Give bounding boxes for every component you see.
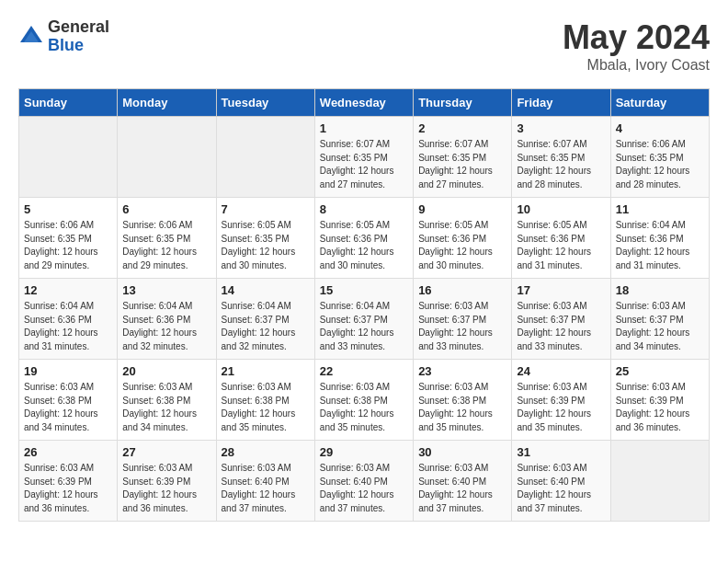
weekday-header-sunday: Sunday — [19, 89, 118, 117]
calendar-cell: 21Sunrise: 6:03 AMSunset: 6:38 PMDayligh… — [216, 360, 314, 441]
calendar-cell: 15Sunrise: 6:04 AMSunset: 6:37 PMDayligh… — [314, 279, 413, 360]
day-info: Sunrise: 6:05 AMSunset: 6:36 PMDaylight:… — [320, 219, 408, 272]
logo-general: General — [48, 18, 109, 37]
calendar-cell: 2Sunrise: 6:07 AMSunset: 6:35 PMDaylight… — [414, 117, 512, 198]
calendar-cell: 20Sunrise: 6:03 AMSunset: 6:38 PMDayligh… — [118, 360, 216, 441]
day-number: 15 — [320, 283, 408, 297]
logo-text: General Blue — [48, 18, 109, 55]
title-block: May 2024 Mbala, Ivory Coast — [563, 18, 710, 74]
location: Mbala, Ivory Coast — [563, 57, 710, 74]
day-number: 27 — [122, 445, 210, 459]
day-number: 13 — [122, 283, 210, 297]
day-info: Sunrise: 6:03 AMSunset: 6:37 PMDaylight:… — [418, 300, 506, 353]
calendar-cell: 1Sunrise: 6:07 AMSunset: 6:35 PMDaylight… — [314, 117, 413, 198]
calendar-table: SundayMondayTuesdayWednesdayThursdayFrid… — [18, 88, 710, 522]
day-info: Sunrise: 6:03 AMSunset: 6:40 PMDaylight:… — [320, 462, 408, 515]
day-info: Sunrise: 6:07 AMSunset: 6:35 PMDaylight:… — [320, 138, 408, 191]
day-number: 20 — [122, 364, 210, 378]
calendar-cell: 8Sunrise: 6:05 AMSunset: 6:36 PMDaylight… — [314, 198, 413, 279]
calendar-week-row: 26Sunrise: 6:03 AMSunset: 6:39 PMDayligh… — [19, 441, 710, 522]
day-info: Sunrise: 6:05 AMSunset: 6:36 PMDaylight:… — [418, 219, 506, 272]
calendar-week-row: 5Sunrise: 6:06 AMSunset: 6:35 PMDaylight… — [19, 198, 710, 279]
weekday-header-thursday: Thursday — [414, 89, 512, 117]
calendar-cell: 11Sunrise: 6:04 AMSunset: 6:36 PMDayligh… — [610, 198, 709, 279]
weekday-header-row: SundayMondayTuesdayWednesdayThursdayFrid… — [19, 89, 710, 117]
day-number: 29 — [320, 445, 408, 459]
day-number: 9 — [418, 202, 506, 216]
calendar-cell: 27Sunrise: 6:03 AMSunset: 6:39 PMDayligh… — [118, 441, 216, 522]
calendar-cell — [610, 441, 709, 522]
day-number: 14 — [222, 283, 310, 297]
weekday-header-monday: Monday — [118, 89, 216, 117]
day-info: Sunrise: 6:03 AMSunset: 6:37 PMDaylight:… — [616, 300, 704, 353]
day-number: 7 — [222, 202, 310, 216]
day-info: Sunrise: 6:03 AMSunset: 6:39 PMDaylight:… — [517, 381, 605, 434]
weekday-header-friday: Friday — [512, 89, 610, 117]
day-info: Sunrise: 6:06 AMSunset: 6:35 PMDaylight:… — [122, 219, 210, 272]
day-number: 22 — [320, 364, 408, 378]
day-info: Sunrise: 6:03 AMSunset: 6:38 PMDaylight:… — [24, 381, 112, 434]
calendar-cell: 24Sunrise: 6:03 AMSunset: 6:39 PMDayligh… — [512, 360, 610, 441]
day-number: 24 — [517, 364, 605, 378]
logo-blue: Blue — [48, 37, 109, 55]
calendar-cell: 14Sunrise: 6:04 AMSunset: 6:37 PMDayligh… — [216, 279, 314, 360]
day-number: 23 — [418, 364, 506, 378]
calendar-cell: 10Sunrise: 6:05 AMSunset: 6:36 PMDayligh… — [512, 198, 610, 279]
day-number: 3 — [517, 121, 605, 135]
day-number: 8 — [320, 202, 408, 216]
day-number: 26 — [24, 445, 112, 459]
calendar-cell — [118, 117, 216, 198]
calendar-cell: 17Sunrise: 6:03 AMSunset: 6:37 PMDayligh… — [512, 279, 610, 360]
day-info: Sunrise: 6:03 AMSunset: 6:40 PMDaylight:… — [222, 462, 310, 515]
calendar-cell — [216, 117, 314, 198]
day-number: 28 — [222, 445, 310, 459]
calendar-cell: 16Sunrise: 6:03 AMSunset: 6:37 PMDayligh… — [414, 279, 512, 360]
day-info: Sunrise: 6:03 AMSunset: 6:39 PMDaylight:… — [122, 462, 210, 515]
calendar-cell: 25Sunrise: 6:03 AMSunset: 6:39 PMDayligh… — [610, 360, 709, 441]
day-number: 17 — [517, 283, 605, 297]
day-number: 10 — [517, 202, 605, 216]
calendar-cell: 9Sunrise: 6:05 AMSunset: 6:36 PMDaylight… — [414, 198, 512, 279]
day-number: 16 — [418, 283, 506, 297]
day-info: Sunrise: 6:04 AMSunset: 6:36 PMDaylight:… — [24, 300, 112, 353]
day-info: Sunrise: 6:06 AMSunset: 6:35 PMDaylight:… — [24, 219, 112, 272]
calendar-week-row: 19Sunrise: 6:03 AMSunset: 6:38 PMDayligh… — [19, 360, 710, 441]
day-info: Sunrise: 6:03 AMSunset: 6:38 PMDaylight:… — [122, 381, 210, 434]
calendar-cell: 30Sunrise: 6:03 AMSunset: 6:40 PMDayligh… — [414, 441, 512, 522]
day-info: Sunrise: 6:04 AMSunset: 6:37 PMDaylight:… — [320, 300, 408, 353]
day-info: Sunrise: 6:04 AMSunset: 6:37 PMDaylight:… — [222, 300, 310, 353]
calendar-cell: 6Sunrise: 6:06 AMSunset: 6:35 PMDaylight… — [118, 198, 216, 279]
calendar-cell: 18Sunrise: 6:03 AMSunset: 6:37 PMDayligh… — [610, 279, 709, 360]
day-info: Sunrise: 6:03 AMSunset: 6:38 PMDaylight:… — [222, 381, 310, 434]
calendar-cell: 12Sunrise: 6:04 AMSunset: 6:36 PMDayligh… — [19, 279, 118, 360]
day-info: Sunrise: 6:05 AMSunset: 6:35 PMDaylight:… — [222, 219, 310, 272]
day-info: Sunrise: 6:03 AMSunset: 6:39 PMDaylight:… — [616, 381, 704, 434]
day-info: Sunrise: 6:03 AMSunset: 6:38 PMDaylight:… — [418, 381, 506, 434]
calendar-cell: 3Sunrise: 6:07 AMSunset: 6:35 PMDaylight… — [512, 117, 610, 198]
calendar-cell: 4Sunrise: 6:06 AMSunset: 6:35 PMDaylight… — [610, 117, 709, 198]
day-info: Sunrise: 6:04 AMSunset: 6:36 PMDaylight:… — [616, 219, 704, 272]
day-number: 30 — [418, 445, 506, 459]
calendar-cell: 5Sunrise: 6:06 AMSunset: 6:35 PMDaylight… — [19, 198, 118, 279]
day-number: 4 — [616, 121, 704, 135]
calendar-cell: 31Sunrise: 6:03 AMSunset: 6:40 PMDayligh… — [512, 441, 610, 522]
day-number: 25 — [616, 364, 704, 378]
day-number: 11 — [616, 202, 704, 216]
calendar-cell: 26Sunrise: 6:03 AMSunset: 6:39 PMDayligh… — [19, 441, 118, 522]
calendar-cell: 7Sunrise: 6:05 AMSunset: 6:35 PMDaylight… — [216, 198, 314, 279]
day-info: Sunrise: 6:03 AMSunset: 6:37 PMDaylight:… — [517, 300, 605, 353]
calendar-week-row: 1Sunrise: 6:07 AMSunset: 6:35 PMDaylight… — [19, 117, 710, 198]
day-info: Sunrise: 6:04 AMSunset: 6:36 PMDaylight:… — [122, 300, 210, 353]
day-number: 5 — [24, 202, 112, 216]
calendar-cell: 28Sunrise: 6:03 AMSunset: 6:40 PMDayligh… — [216, 441, 314, 522]
calendar-cell: 29Sunrise: 6:03 AMSunset: 6:40 PMDayligh… — [314, 441, 413, 522]
calendar-cell: 22Sunrise: 6:03 AMSunset: 6:38 PMDayligh… — [314, 360, 413, 441]
calendar-cell: 19Sunrise: 6:03 AMSunset: 6:38 PMDayligh… — [19, 360, 118, 441]
day-info: Sunrise: 6:07 AMSunset: 6:35 PMDaylight:… — [418, 138, 506, 191]
day-info: Sunrise: 6:03 AMSunset: 6:40 PMDaylight:… — [418, 462, 506, 515]
calendar-cell: 23Sunrise: 6:03 AMSunset: 6:38 PMDayligh… — [414, 360, 512, 441]
calendar-cell — [19, 117, 118, 198]
day-number: 1 — [320, 121, 408, 135]
day-info: Sunrise: 6:05 AMSunset: 6:36 PMDaylight:… — [517, 219, 605, 272]
day-number: 2 — [418, 121, 506, 135]
